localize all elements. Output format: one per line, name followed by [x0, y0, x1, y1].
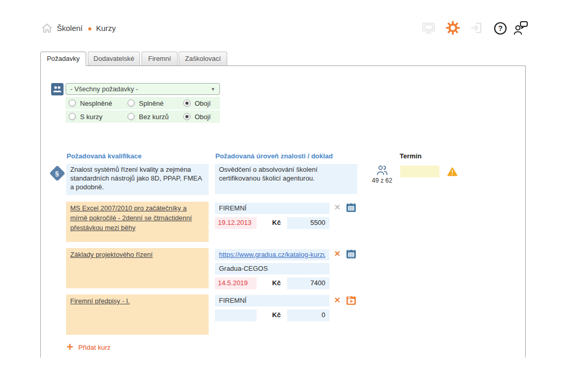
calendar-icon[interactable] — [346, 202, 356, 213]
course-url-link[interactable]: https://www.gradua.cz/katalog-kurzu/p — [219, 251, 325, 259]
radio-label: Obojí — [195, 100, 211, 107]
course-price-field[interactable]: 7400 — [287, 277, 329, 289]
column-header-knowledge-level: Požadovaná úroveň znalosti / doklad — [215, 152, 333, 160]
selected-option: - Všechny požadavky - — [70, 85, 138, 93]
warning-icon — [447, 167, 457, 176]
person-chat-icon[interactable] — [513, 20, 528, 36]
chevron-down-icon: ▼ — [211, 87, 215, 92]
course-provider-field[interactable]: FIREMNÍ — [215, 203, 329, 214]
course-date-field[interactable] — [215, 309, 257, 321]
currency-label: Kč — [272, 219, 281, 226]
tab-dodavatelske[interactable]: Dodavatelské — [88, 52, 140, 66]
breadcrumb-separator-dot — [88, 27, 91, 30]
status-radio-row: Nesplněné Splněné Obojí — [66, 97, 220, 109]
radio-circle[interactable] — [69, 113, 76, 120]
course-title-link[interactable]: MS Excel 2007/2010 pro začátečníky a mír… — [70, 204, 192, 232]
radio-nesplnene[interactable]: Nesplněné — [69, 97, 112, 109]
tab-label: Firemní — [148, 55, 171, 62]
course-title-link[interactable]: Firemní předpisy - I. — [70, 297, 130, 305]
breadcrumb-section[interactable]: Školení — [57, 24, 83, 32]
column-header-term: Termín — [400, 152, 421, 160]
radio-label: Nesplněné — [80, 100, 112, 107]
tab-label: Zaškolovací — [185, 55, 220, 62]
paragraph-icon: § — [52, 168, 63, 179]
gear-icon[interactable] — [446, 21, 460, 35]
participants-count: 49 z 62 — [369, 177, 395, 184]
tab-zaskolovaci[interactable]: Zaškolovací — [179, 52, 227, 66]
requirement-qualification-cell: Znalost systémů řízení kvality a zejména… — [66, 164, 209, 195]
sign-out-icon[interactable] — [470, 22, 482, 34]
tab-label: Dodavatelské — [93, 55, 134, 62]
remove-course-icon[interactable]: ✕ — [334, 250, 341, 258]
radio-circle[interactable] — [183, 100, 191, 107]
radio-bez-kurzu[interactable]: Bez kurzů — [128, 110, 169, 123]
page: Školení Kurzy — [0, 0, 568, 392]
help-icon[interactable]: ? — [494, 22, 507, 35]
course-provider-field[interactable]: FIREMNÍ — [215, 295, 329, 306]
radio-oboji-kurzy[interactable]: Obojí — [183, 110, 211, 123]
course-provider-field[interactable]: Gradua-CEGOS — [215, 263, 329, 274]
course-row: MS Excel 2007/2010 pro začátečníky a mír… — [66, 202, 209, 242]
course-url-field[interactable]: https://www.gradua.cz/katalog-kurzu/p — [215, 249, 329, 260]
term-input[interactable] — [400, 166, 439, 177]
help-glyph: ? — [498, 24, 503, 32]
course-date-field[interactable]: 14.5.2019 — [215, 277, 257, 289]
add-course-label: Přidat kurz — [78, 344, 111, 351]
home-icon[interactable] — [41, 23, 53, 34]
radio-circle[interactable] — [183, 113, 191, 120]
radio-circle[interactable] — [128, 100, 135, 107]
currency-label: Kč — [272, 279, 281, 287]
add-course-button[interactable]: + Přidat kurz — [67, 342, 111, 352]
breadcrumb-page: Kurzy — [96, 24, 116, 32]
radio-label: Obojí — [195, 113, 211, 121]
course-price-field[interactable]: 0 — [287, 309, 329, 321]
radio-circle[interactable] — [128, 113, 135, 120]
calendar-play-icon[interactable] — [346, 295, 356, 305]
course-price-field[interactable]: 5500 — [287, 217, 329, 229]
tab-label: Požadavky — [47, 55, 80, 62]
radio-label: S kurzy — [80, 113, 102, 121]
radio-s-kurzy[interactable]: S kurzy — [69, 110, 102, 123]
course-date-field[interactable]: 19.12.2013 — [215, 217, 257, 229]
radio-oboji-status[interactable]: Obojí — [183, 97, 211, 109]
column-header-qualification: Požadovaná kvalifikace — [67, 152, 141, 160]
main-panel: - Všechny požadavky - ▼ Nesplněné Splněn… — [40, 66, 526, 357]
plus-icon: + — [67, 342, 73, 352]
radio-circle[interactable] — [69, 100, 76, 107]
currency-label: Kč — [272, 311, 281, 319]
radio-splnene[interactable]: Splněné — [128, 97, 164, 109]
tab-pozadavky[interactable]: Požadavky — [40, 52, 86, 66]
course-row: Firemní předpisy - I. — [66, 295, 209, 335]
calendar-icon[interactable] — [346, 249, 356, 259]
requirements-group-icon — [51, 83, 64, 95]
remove-course-icon[interactable]: ✕ — [334, 296, 341, 304]
course-title-link[interactable]: Základy projektového řízení — [70, 251, 153, 258]
radio-label: Bez kurzů — [139, 113, 169, 121]
monitor-icon[interactable] — [422, 22, 435, 35]
radio-label: Splněné — [139, 100, 164, 107]
requirement-knowledge-level-cell: Osvědčení o absolvování školení certifik… — [215, 164, 357, 194]
courses-radio-row: S kurzy Bez kurzů Obojí — [66, 110, 220, 123]
tab-firemni[interactable]: Firemní — [141, 52, 178, 66]
requirements-filter-select[interactable]: - Všechny požadavky - ▼ — [66, 83, 220, 95]
course-row: Základy projektového řízení — [66, 248, 209, 288]
remove-course-icon[interactable]: ✕ — [334, 203, 341, 211]
participants-icon[interactable] — [375, 165, 389, 176]
